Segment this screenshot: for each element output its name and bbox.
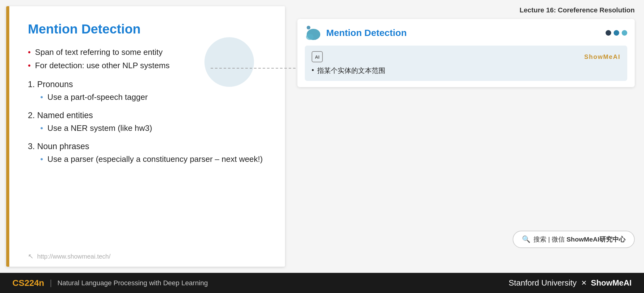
- footer-url: http://www.showmeai.tech/: [37, 253, 111, 260]
- ai-icon: AI: [312, 51, 323, 62]
- showmeai-brand: ShowMeAI: [584, 53, 620, 60]
- course-name: Natural Language Processing with Deep Le…: [57, 279, 208, 287]
- search-icon: 🔍: [522, 235, 530, 243]
- section-3-heading: 3. Noun phrases: [28, 142, 266, 151]
- course-code: CS224n: [12, 278, 44, 288]
- slide-title: Mention Detection: [28, 22, 266, 37]
- bottom-left: CS224n | Natural Language Processing wit…: [12, 278, 208, 288]
- slide-panel: Mention Detection Span of text referring…: [6, 6, 285, 267]
- preview-title: Mention Detection: [326, 28, 407, 38]
- section-2-heading: 2. Named entities: [28, 111, 266, 120]
- dot-1: [606, 30, 611, 36]
- section-1-sub: Use a part-of-speech tagger: [40, 92, 266, 102]
- decorative-circle: [204, 37, 254, 87]
- annotation-card: AI ShowMeAI • 指某个实体的文本范围: [305, 46, 627, 81]
- search-prefix: 搜索 | 微信 ShowMeAI研究中心: [533, 235, 625, 244]
- search-bar[interactable]: 🔍 搜索 | 微信 ShowMeAI研究中心: [513, 231, 635, 248]
- divider: |: [50, 278, 52, 288]
- preview-header: Mention Detection: [305, 25, 627, 41]
- slide-footer: ↖ http://www.showmeai.tech/: [9, 246, 285, 267]
- search-brand: ShowMeAI研究中心: [567, 236, 625, 243]
- preview-logo: [305, 25, 322, 41]
- cursor-icon: ↖: [28, 252, 33, 260]
- dot-3: [622, 30, 627, 36]
- section-noun-phrases: 3. Noun phrases Use a parser (especially…: [28, 142, 266, 164]
- section-3-sub: Use a parser (especially a constituency …: [40, 154, 266, 164]
- dots-row: [606, 30, 627, 36]
- section-named-entities: 2. Named entities Use a NER system (like…: [28, 111, 266, 133]
- slide-content: Mention Detection Span of text referring…: [9, 6, 285, 246]
- annotation-header: AI ShowMeAI: [312, 51, 620, 62]
- bottom-brand: ShowMeAI: [591, 278, 632, 288]
- svg-point-2: [306, 34, 313, 40]
- svg-point-0: [307, 26, 310, 29]
- section-2-sub: Use a NER system (like hw3): [40, 123, 266, 133]
- annotation-content: 指某个实体的文本范围: [317, 66, 385, 75]
- lecture-title: Lecture 16: Coreference Resolution: [297, 3, 635, 19]
- dot-2: [614, 30, 619, 36]
- right-panel: Lecture 16: Coreference Resolution Menti…: [285, 0, 644, 273]
- bottom-right: Stanford University ✕ ShowMeAI: [509, 278, 632, 288]
- bottom-bar: CS224n | Natural Language Processing wit…: [0, 273, 644, 293]
- search-area: 🔍 搜索 | 微信 ShowMeAI研究中心: [513, 231, 635, 248]
- university-name: Stanford University: [509, 278, 577, 288]
- x-separator: ✕: [581, 279, 587, 287]
- preview-card: Mention Detection AI ShowMeAI: [297, 19, 635, 87]
- annotation-text: • 指某个实体的文本范围: [312, 66, 620, 75]
- annotation-bullet: •: [312, 66, 314, 74]
